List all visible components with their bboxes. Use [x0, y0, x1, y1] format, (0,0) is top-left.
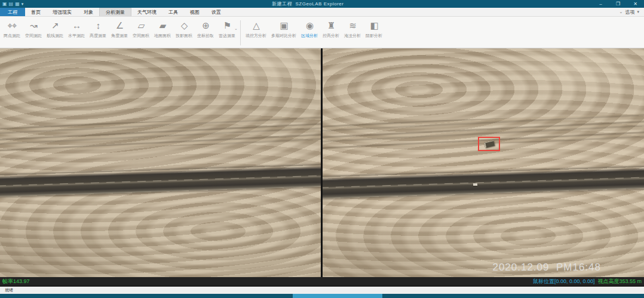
menu-item-augmented-reality[interactable]: 增强现实	[47, 8, 78, 16]
tool-route-distance[interactable]: ↗ 航线测距	[44, 19, 66, 39]
angle-measure-icon: ∠	[116, 20, 123, 32]
ribbon-collapse-icon[interactable]: ⌄	[234, 26, 238, 31]
tool-label: 空间面积	[133, 33, 149, 38]
window-controls: – ❐ ✕	[592, 0, 644, 8]
close-button[interactable]: ✕	[627, 0, 644, 8]
tool-shadow-analysis[interactable]: ◧ 阴影分析	[363, 19, 385, 39]
tool-ground-area[interactable]: ▰ 地面面积	[152, 19, 173, 39]
frame-rate-readout: 帧率143.97	[0, 278, 30, 285]
tool-label: 地面面积	[154, 33, 171, 38]
left-terrain-image	[0, 48, 321, 277]
maximize-button[interactable]: ❐	[609, 0, 627, 8]
mouse-position-readout: 鼠标位置[0.00, 0.00, 0.00]	[533, 278, 595, 284]
save-project-icon[interactable]: ▦	[15, 1, 20, 7]
route-distance-icon: ↗	[51, 20, 59, 32]
radar-measure-icon: ⚑	[223, 20, 231, 32]
tool-spatial-distance[interactable]: ↝ 空间测距	[23, 19, 44, 39]
spatial-distance-icon: ↝	[30, 20, 37, 32]
menu-item-settings[interactable]: 设置	[206, 8, 227, 16]
tool-label: 水平测距	[68, 33, 85, 38]
tool-region-analysis[interactable]: ◉ 区域分析	[299, 19, 320, 39]
tool-two-point-distance[interactable]: ⌖⌖ 两点测距	[1, 19, 23, 39]
tool-label: 阴影分析	[366, 33, 382, 38]
menu-item-tools[interactable]: 工具	[162, 8, 184, 16]
tool-height-measure[interactable]: ↕ 高度测量	[87, 19, 109, 39]
shadow-analysis-icon: ◧	[370, 20, 378, 32]
tool-coordinate-pick[interactable]: ⊕ 坐标拾取	[195, 19, 216, 39]
tool-label: 角度测量	[111, 33, 128, 38]
tool-label: 雷达测量	[219, 33, 235, 38]
two-point-distance-icon: ⌖⌖	[8, 20, 17, 32]
timestamp-overlay: 2020.12.09 PM16:48	[492, 262, 601, 274]
title-bar: ▣ ▤ ▦ ▾ 新建工程 SZGeoLAB Explorer – ❐ ✕	[0, 0, 644, 8]
tool-label: 多期对比分析	[271, 33, 296, 38]
tool-angle-measure[interactable]: ∠ 角度测量	[109, 19, 130, 39]
tool-label: 投影面积	[176, 33, 192, 38]
ribbon-toolbar: ⌖⌖ 两点测距 ↝ 空间测距 ↗ 航线测距 ↔ 水平测距 ↕ 高度测量 ∠ 角度…	[0, 17, 644, 48]
menu-bar: 工程 首页 增强现实 对象 分析测量 天气环境 工具 视图 设置 ⌄ 选项 ▾	[0, 8, 644, 17]
height-measure-icon: ↕	[96, 20, 100, 32]
status-bar: 帧率143.97 鼠标位置[0.00, 0.00, 0.00] 视点高度353.…	[0, 277, 644, 285]
horizontal-distance-icon: ↔	[72, 20, 81, 32]
window-title: 新建工程 SZGeoLAB Explorer	[272, 1, 344, 7]
view-height-readout: 视点高度353.55 m	[597, 278, 642, 284]
open-project-icon[interactable]: ▤	[9, 1, 14, 7]
small-vehicle	[473, 183, 477, 186]
multi-period-compare-icon: ▣	[280, 20, 287, 32]
tool-label: 坐标拾取	[197, 33, 214, 38]
height-control-analysis-icon: ♜	[327, 20, 335, 32]
tool-horizontal-distance[interactable]: ↔ 水平测距	[66, 19, 87, 39]
scrollbar-thumb[interactable]	[293, 294, 382, 298]
right-terrain-image	[323, 48, 644, 277]
position-readouts: 鼠标位置[0.00, 0.00, 0.00] 视点高度353.55 m	[533, 278, 644, 285]
tool-label: 空间测距	[25, 33, 42, 38]
tool-label: 淹没分析	[344, 33, 361, 38]
tool-projected-area[interactable]: ◇ 投影面积	[173, 19, 195, 39]
ready-status-text: 就绪	[0, 287, 13, 293]
road-centerline	[323, 177, 644, 189]
cut-fill-analysis-icon: △	[253, 20, 259, 32]
detected-vehicle	[484, 140, 495, 148]
options-label: 选项	[625, 9, 634, 16]
left-imagery-pane[interactable]	[0, 48, 321, 277]
right-imagery-pane[interactable]	[323, 48, 644, 277]
projected-area-icon: ◇	[181, 20, 188, 32]
ready-bar: 就绪	[0, 285, 644, 294]
tool-multi-period-compare[interactable]: ▣ 多期对比分析	[269, 19, 299, 39]
menu-item-objects[interactable]: 对象	[78, 8, 99, 16]
minimize-button[interactable]: –	[592, 0, 609, 8]
menu-item-analysis-measure[interactable]: 分析测量	[99, 8, 131, 16]
tool-label: 两点测距	[4, 33, 20, 38]
app-window: ▣ ▤ ▦ ▾ 新建工程 SZGeoLAB Explorer – ❐ ✕ 工程 …	[0, 0, 644, 298]
flood-analysis-icon: ≋	[349, 20, 356, 32]
bottom-scrollbar[interactable]	[0, 294, 644, 298]
menu-item-home[interactable]: 首页	[25, 8, 47, 16]
tool-cut-fill-analysis[interactable]: △ 填挖方分析	[243, 19, 269, 39]
app-icon: ▣	[2, 1, 7, 7]
tool-spatial-area[interactable]: ▱ 空间面积	[130, 19, 152, 39]
tool-flood-analysis[interactable]: ≋ 淹没分析	[342, 19, 363, 39]
options-caret-icon: ▾	[637, 10, 639, 14]
quick-access-caret-icon[interactable]: ▾	[22, 2, 24, 7]
road-centerline	[0, 175, 321, 187]
menu-options-dropdown[interactable]: ⌄ 选项 ▾	[620, 8, 644, 16]
tool-height-control-analysis[interactable]: ♜ 控高分析	[320, 19, 342, 39]
tool-label: 填挖方分析	[246, 33, 266, 38]
tool-label: 航线测距	[47, 33, 63, 38]
coordinate-pick-icon: ⊕	[202, 20, 209, 32]
menu-item-view[interactable]: 视图	[184, 8, 206, 16]
menu-item-weather-environment[interactable]: 天气环境	[131, 8, 162, 16]
toolbar-separator	[240, 20, 241, 45]
quick-access-toolbar: ▣ ▤ ▦ ▾	[0, 1, 23, 7]
target-annotation-box[interactable]	[478, 137, 500, 151]
tool-label: 区域分析	[301, 33, 318, 38]
menu-item-project[interactable]: 工程	[0, 8, 25, 16]
tool-label: 控高分析	[323, 33, 339, 38]
region-analysis-icon: ◉	[306, 20, 313, 32]
spatial-area-icon: ▱	[138, 20, 145, 32]
tool-label: 高度测量	[90, 33, 106, 38]
ground-area-icon: ▰	[160, 20, 166, 32]
map-viewer: 2020.12.09 PM16:48	[0, 48, 644, 277]
chevron-down-icon: ⌄	[620, 10, 623, 14]
